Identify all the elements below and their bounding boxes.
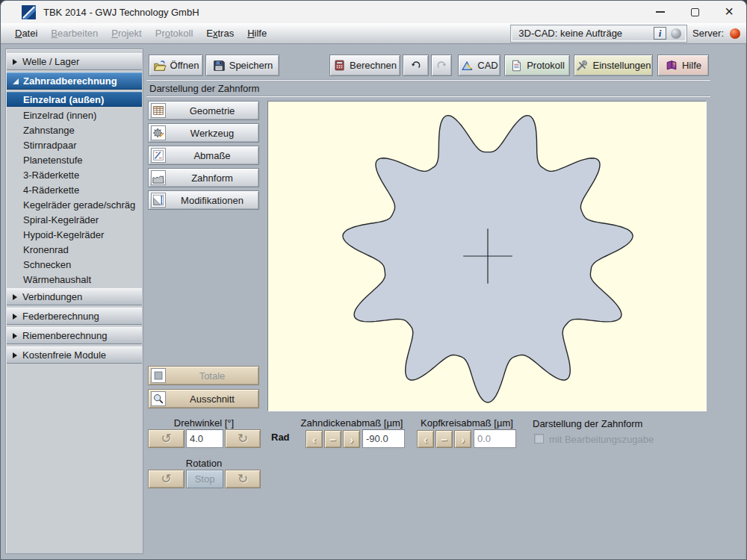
drehwinkel-label: Drehwinkel [°] [148,417,260,429]
tools-icon [575,59,589,72]
collapsed-arrow-icon [13,352,17,358]
main-panel: Öffnen Speichern [146,44,710,560]
sidebar-header-kostenfreie-module[interactable]: Kostenfreie Module [7,346,142,364]
undo-button[interactable] [403,55,429,76]
sidebar-item-3-raederkette[interactable]: 3-Räderkette [7,167,142,182]
rotate-left-step-button[interactable]: ↺ [148,429,185,448]
settings-button[interactable]: Einstellungen [574,55,653,76]
menu-hilfe[interactable]: Hilfe [241,25,273,42]
sidebar-item-zahnstange[interactable]: Zahnstange [7,122,142,137]
magnifier-icon [151,391,166,406]
menu-bearbeiten: Bearbeiten [44,25,105,42]
ausschnitt-button[interactable]: Ausschnitt [148,389,259,408]
protocol-button[interactable]: Protokoll [504,55,570,76]
menubar-right: 3D-CAD: keine Aufträge i Server: [511,25,740,42]
redo-icon [436,59,448,72]
menu-datei[interactable]: Datei [8,25,44,42]
sidebar-item-stirnradpaar[interactable]: Stirnradpaar [7,137,142,152]
open-button[interactable]: Öffnen [149,55,203,76]
sidebar-item-einzelrad-innen[interactable]: Einzelrad (innen) [7,108,142,122]
abmasse-button[interactable]: Abmaße [148,146,259,165]
darstellung-label: Darstellung der Zahnform [533,418,642,429]
gear-svg [268,102,706,411]
floppy-disk-icon [212,59,226,72]
zahndicken-increase-button[interactable]: › [343,430,360,448]
modifikationen-button[interactable]: Modifikationen [148,190,259,210]
rotate-cw-icon: ↻ [238,432,248,445]
section-title: Darstellung der Zahnform [146,81,710,96]
sidebar-item-schnecken[interactable]: Schnecken [7,257,142,272]
sidebar-item-einzelrad-aussen[interactable]: Einzelrad (außen) [7,92,142,107]
cad-button[interactable]: CAD [458,55,500,76]
content-area: Geometrie [146,101,710,411]
kopfkreis-reset-button[interactable]: − [436,430,453,448]
document-icon [509,59,523,72]
sidebar-item-spiral-kegelraeder[interactable]: Spiral-Kegelräder [7,212,142,227]
bearbeitungszugabe-label: mit Bearbeitungszugabe [549,434,654,445]
app-logo-icon [22,5,36,19]
info-button[interactable]: i [654,27,666,40]
cad-status-box: 3D-CAD: keine Aufträge i [511,25,686,42]
module-sidebar: Welle / Lager Zahnradberechnung Einzelra… [5,49,143,554]
cad-triangle-icon [460,59,474,72]
kopfkreis-increase-button[interactable]: › [454,430,471,448]
help-button[interactable]: ? Hilfe [657,55,709,76]
drehwinkel-input[interactable] [186,429,223,448]
zahndicken-decrease-button[interactable]: ‹ [306,430,323,448]
close-icon: × [725,4,734,19]
chevron-left-icon: ‹ [424,434,427,445]
sidebar-header-verbindungen[interactable]: Verbindungen [7,288,142,305]
undo-icon [409,59,422,72]
minimize-button[interactable] [643,1,678,23]
close-button[interactable]: × [712,1,746,23]
sidebar-item-4-raederkette[interactable]: 4-Räderkette [7,182,142,197]
kopfkreis-label: Kopfkreisabmaß [µm] [414,417,520,429]
drawing-pencil-icon [151,148,166,163]
sidebar-item-planetenstufe[interactable]: Planetenstufe [7,152,142,167]
app-window: TBK 2014 - GWJ Technology GmbH × Datei B… [0,0,747,560]
help-book-icon: ? [665,59,678,72]
maximize-button[interactable] [678,1,712,23]
sidebar-header-riemenberechnung[interactable]: Riemenberechnung [7,327,142,344]
app-body: Welle / Lager Zahnradberechnung Einzelra… [1,44,746,560]
rotation-ccw-button[interactable]: ↺ [148,470,185,488]
bearbeitungszugabe-checkbox [534,434,544,444]
chevron-right-icon: › [350,434,353,445]
minimize-icon [656,11,665,13]
cad-status-text: 3D-CAD: keine Aufträge [518,28,649,39]
rotation-cw-button[interactable]: ↻ [225,470,261,488]
save-button[interactable]: Speichern [205,55,279,76]
sidebar-item-kegelraeder[interactable]: Kegelräder gerade/schräg [7,197,142,212]
view-button-column: Geometrie [148,101,261,411]
sidebar-header-welle-lager[interactable]: Welle / Lager [7,53,142,70]
menu-projekt: Projekt [105,25,148,42]
sidebar-item-kronenrad[interactable]: Kronenrad [7,242,142,257]
kopfkreis-input[interactable] [474,429,516,448]
calculate-button[interactable]: Berechnen [329,55,400,76]
expanded-arrow-icon [13,78,19,84]
cad-status-indicator [671,28,681,39]
zahndicken-input[interactable] [362,429,405,448]
sidebar-header-federberechnung[interactable]: Federberechnung [7,308,142,325]
geometrie-button[interactable]: Geometrie [148,101,259,120]
chevron-left-icon: ‹ [312,434,316,445]
redo-button [431,55,452,76]
rotate-right-step-button[interactable]: ↻ [225,429,261,448]
toolbar: Öffnen Speichern [146,55,710,76]
gear-drawing-canvas[interactable] [267,101,707,411]
zahnform-button[interactable]: Zahnform [148,168,259,187]
zahndicken-label: Zahndickenabmaß [µm] [296,417,408,429]
werkzeug-button[interactable]: Werkzeug [148,123,259,143]
sidebar-item-waermehaushalt[interactable]: Wärmehaushalt [7,272,142,287]
sidebar-header-zahnradberechnung[interactable]: Zahnradberechnung [7,72,142,90]
collapsed-arrow-icon [13,294,17,300]
collapsed-arrow-icon [13,333,17,339]
kopfkreis-decrease-button[interactable]: ‹ [417,430,434,448]
svg-text:?: ? [672,61,675,68]
menu-extras[interactable]: Extras [199,25,241,42]
totale-button: Totale [148,366,259,385]
zahndicken-reset-button[interactable]: − [324,430,341,448]
sidebar-item-hypoid-kegelraeder[interactable]: Hypoid-Kegelräder [7,227,142,242]
rotation-label: Rotation [148,458,260,469]
collapsed-arrow-icon [13,59,17,65]
